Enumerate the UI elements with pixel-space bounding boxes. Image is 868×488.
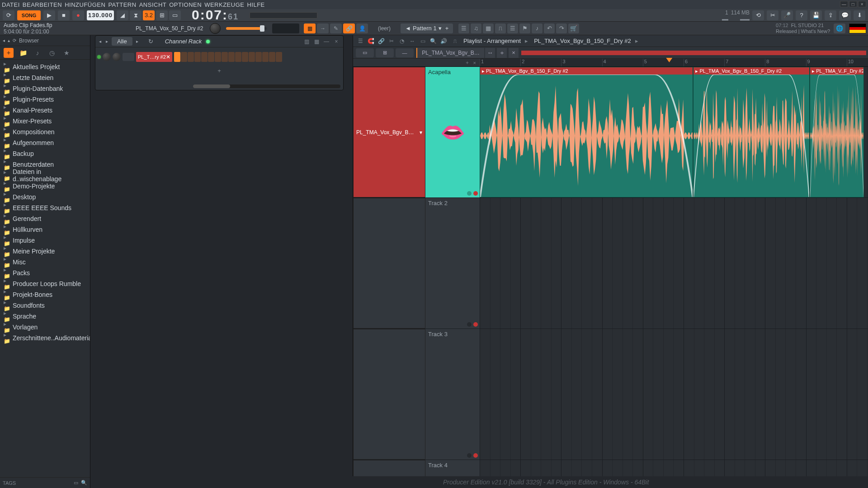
pl-speaker-icon[interactable]: 🔊 (439, 37, 448, 46)
step-cell[interactable] (201, 52, 208, 62)
piano-roll-icon[interactable]: ♫ (471, 23, 481, 33)
audio-clip[interactable]: ▸ PL_TMA_V..F_Dry #2 (810, 67, 864, 197)
channel-name[interactable]: PL_T…ry #2✕ (136, 52, 172, 62)
browser-tree[interactable]: ▸📁Aktuelles Projekt▸📁Letzte Dateien▸📁Plu… (0, 60, 90, 477)
overdub-icon[interactable]: 3.2 (143, 10, 155, 20)
snap-button-1[interactable]: ▦ (304, 23, 316, 33)
clip-source-add-icon[interactable]: ＋ (497, 48, 507, 58)
timeline-ruler[interactable]: ＋ × 12345678910 (353, 59, 868, 67)
track-2-body[interactable] (480, 198, 868, 328)
pl-settings-icon[interactable]: ⎍ (450, 37, 459, 46)
browser-item[interactable]: ▸📁Aufgenommen (0, 137, 90, 148)
browser-collapse-icon[interactable]: ◂ (3, 38, 5, 43)
browser-item[interactable]: ▸📁Sprache (0, 311, 90, 322)
pl-zoom-icon[interactable]: 🔍 (429, 37, 438, 46)
step-icon[interactable]: ▭ (169, 10, 181, 20)
feedback-icon[interactable]: 💬 (839, 10, 851, 20)
sync-icon[interactable]: ⟳ (3, 10, 14, 20)
channel-pan-knob[interactable] (103, 53, 111, 61)
channel-vol-knob[interactable] (113, 53, 121, 61)
download-icon[interactable]: ⬇ (854, 10, 865, 20)
browser-item[interactable]: ▸📁Backup (0, 148, 90, 159)
track-3-body[interactable] (480, 329, 868, 460)
browser-item[interactable]: ▸📁Mixer-Presets (0, 116, 90, 127)
pitch-knob[interactable] (210, 23, 221, 34)
window-close[interactable]: × (858, 1, 866, 7)
snap-button-2[interactable]: → (317, 23, 329, 33)
browser-icon[interactable]: ☰ (507, 23, 518, 33)
menu-add[interactable]: HINZUFÜGEN (65, 1, 105, 8)
tool-b-icon[interactable]: ↷ (556, 23, 567, 33)
pattern-add-icon[interactable]: + (443, 25, 451, 32)
master-volume-slider[interactable] (226, 27, 267, 30)
browser-audio-icon[interactable]: ♪ (33, 48, 42, 58)
track-2-header[interactable]: Track 2 (425, 198, 480, 328)
tempo-display[interactable]: 130.000 (87, 10, 114, 20)
rack-filter-all[interactable]: Alle (112, 37, 132, 46)
browser-item[interactable]: ▸📁Hüllkurven (0, 224, 90, 235)
clip-source-close-icon[interactable]: ↔ (485, 48, 495, 58)
browser-item[interactable]: ▸📁Misc (0, 257, 90, 267)
browser-star-icon[interactable]: ★ (61, 48, 71, 58)
browser-item[interactable]: ▸📁Letzte Dateien (0, 72, 90, 83)
pl-cut-icon[interactable]: ✂ (387, 37, 396, 46)
channel-rack-icon[interactable]: ▦ (483, 23, 494, 33)
rack-close-icon[interactable]: × (332, 38, 340, 46)
browser-item[interactable]: ▸📁Dateien in d..wischenablage (0, 170, 90, 181)
rack-scrollbar[interactable] (193, 84, 340, 88)
snap-button-5[interactable]: 👤 (356, 23, 368, 33)
menu-help[interactable]: HILFE (247, 1, 264, 8)
step-cell[interactable] (249, 52, 255, 62)
pl-magnet-icon[interactable]: 🧲 (366, 37, 375, 46)
playhead-marker-icon[interactable] (666, 58, 672, 62)
browser-item[interactable]: ▸📁Packs (0, 267, 90, 278)
browser-item[interactable]: ▸📁Aktuelles Projekt (0, 61, 90, 72)
snap-button-3[interactable]: ✎ (330, 23, 342, 33)
mixer-icon[interactable]: ⎍ (495, 23, 506, 33)
metronome-icon[interactable]: ◢ (117, 10, 128, 20)
channel-route[interactable] (123, 53, 134, 61)
pl-arrow-icon[interactable]: ↔ (408, 37, 417, 46)
pl-view-c-button[interactable]: — (396, 48, 414, 57)
channel-mute-icon[interactable]: ✕ (166, 54, 170, 60)
browser-item[interactable]: ▸📁Desktop (0, 192, 90, 202)
song-mode-button[interactable]: SONG (17, 10, 41, 20)
browser-item[interactable]: ▸📁Meine Projekte (0, 246, 90, 257)
audio-clip[interactable]: ▸ PL_TMA_Vox_Bgv_B_150_F_Dry #2 (480, 67, 693, 197)
browser-item[interactable]: ▸📁Impulse (0, 235, 90, 246)
step-cell[interactable] (235, 52, 241, 62)
countdown-icon[interactable]: ⧗ (130, 10, 142, 20)
rack-graph-icon[interactable]: ▥ (302, 38, 311, 46)
stop-button[interactable]: ■ (58, 10, 70, 20)
tool-a-icon[interactable]: ↶ (544, 23, 555, 33)
help-icon[interactable]: ? (796, 10, 807, 20)
browser-item[interactable]: ▸📁Plugin-Presets (0, 94, 90, 105)
search-icon[interactable]: 🔍 (81, 480, 87, 486)
record-button[interactable]: ● (72, 10, 84, 20)
track-2[interactable]: Track 2 (353, 198, 868, 329)
track-1[interactable]: PL_TMA_Vox_Bgv_B…▾ Acapella 👄 ▸ PL_TMA_V… (353, 67, 868, 198)
channel-led-icon[interactable] (97, 55, 101, 59)
step-cell[interactable] (208, 52, 214, 62)
step-cell[interactable] (269, 52, 275, 62)
rack-min-icon[interactable]: — (322, 38, 330, 46)
track-1-clip-picker[interactable]: PL_TMA_Vox_Bgv_B…▾ (353, 67, 425, 197)
track-3-header[interactable]: Track 3 (425, 329, 480, 460)
clip-source-x-icon[interactable]: × (509, 48, 519, 58)
browser-folder-icon[interactable]: 📁 (18, 48, 28, 58)
menu-file[interactable]: DATEI (2, 1, 20, 8)
step-cell[interactable] (222, 52, 228, 62)
loop-icon[interactable]: ⊞ (156, 10, 168, 20)
step-cell[interactable] (276, 52, 282, 62)
step-cell[interactable] (181, 52, 187, 62)
step-cell[interactable] (228, 52, 235, 62)
browser-refresh-icon[interactable]: ⟳ (13, 38, 16, 43)
browser-item[interactable]: ▸📁EEEE EEEE Sounds (0, 202, 90, 213)
language-flag-icon[interactable] (849, 23, 866, 33)
pl-select-icon[interactable]: ▭ (418, 37, 427, 46)
playlist-icon[interactable]: ☰ (458, 23, 469, 33)
tl-x-icon[interactable]: × (473, 60, 476, 66)
tempo-tap-icon[interactable]: ♪ (532, 23, 542, 33)
track-3[interactable]: Track 3 (353, 329, 868, 460)
save-icon[interactable]: 💾 (810, 10, 822, 20)
